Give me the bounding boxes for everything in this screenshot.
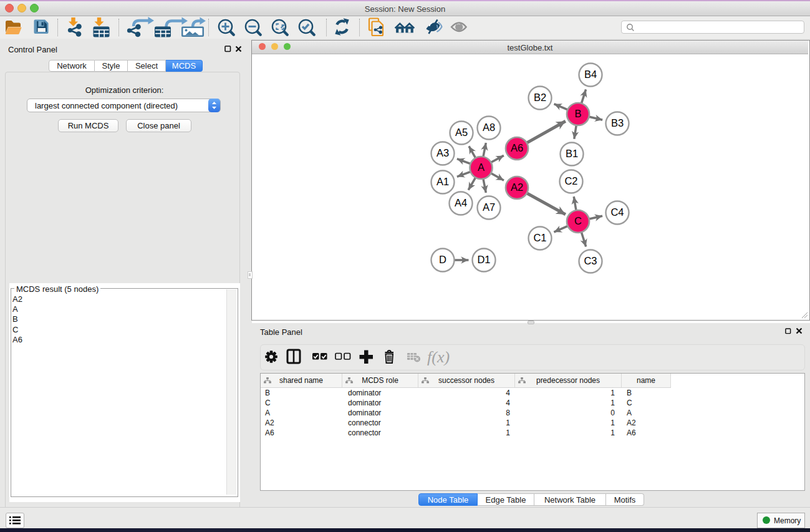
svg-text:A: A (478, 162, 485, 173)
svg-text:B4: B4 (584, 69, 597, 80)
svg-text:A1: A1 (436, 176, 449, 187)
svg-text:A3: A3 (436, 147, 449, 158)
svg-text:C2: C2 (564, 175, 577, 186)
svg-text:D: D (439, 254, 446, 265)
svg-text:A7: A7 (483, 201, 495, 213)
svg-text:B: B (574, 108, 581, 119)
svg-text:A5: A5 (455, 127, 468, 138)
svg-text:D1: D1 (477, 254, 490, 265)
svg-text:B1: B1 (566, 148, 578, 159)
svg-text:f(x): f(x) (427, 348, 450, 366)
svg-text:A6: A6 (511, 142, 523, 153)
svg-text:C: C (574, 215, 582, 226)
svg-text:B3: B3 (611, 117, 624, 128)
svg-text:C3: C3 (584, 255, 597, 266)
svg-text:C4: C4 (610, 206, 624, 218)
svg-text:A4: A4 (455, 197, 467, 208)
svg-text:A8: A8 (483, 122, 495, 133)
svg-text:B2: B2 (534, 92, 546, 103)
svg-text:C1: C1 (533, 232, 546, 243)
svg-text:A2: A2 (511, 181, 523, 193)
